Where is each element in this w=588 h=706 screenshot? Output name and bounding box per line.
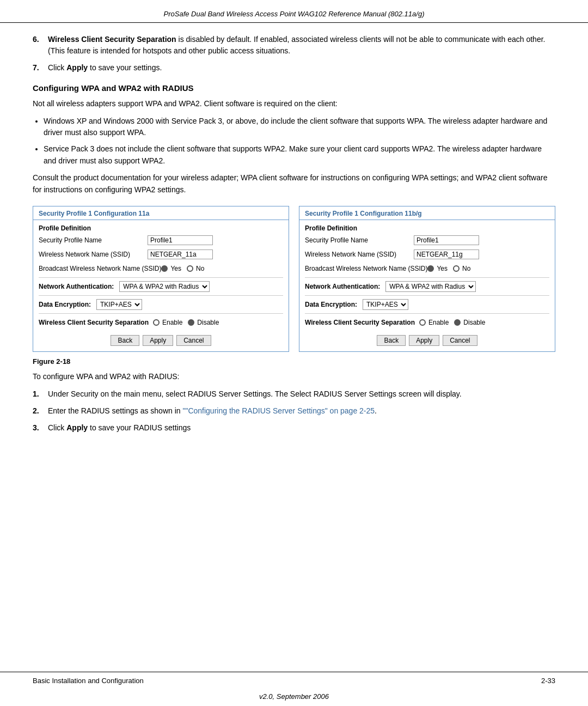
step-7-num: 7.: [33, 62, 48, 74]
panel-left-apply-button[interactable]: Apply: [143, 335, 173, 346]
header-title: ProSafe Dual Band Wireless Access Point …: [164, 10, 425, 18]
figure-label: Figure 2-18: [33, 357, 555, 366]
main-content: 6. Wireless Client Security Separation i…: [0, 23, 588, 672]
bullet-2: Service Pack 3 does not include the clie…: [44, 143, 555, 167]
panel-left-radio-yes[interactable]: Yes: [161, 265, 181, 272]
panel-right-wcss-disable-icon: [454, 319, 461, 326]
step-after-1-num: 1.: [33, 388, 48, 400]
panel-right-netauth-label: Network Authentication:: [305, 283, 380, 290]
step-6-bold: Wireless Client Security Separation: [48, 35, 176, 44]
panel-left-wcss-enable[interactable]: Enable: [153, 319, 182, 326]
panel-left-radio-no-icon: [187, 265, 193, 272]
panel-right-radio-broadcast: Yes No: [427, 265, 470, 272]
section-heading: Configuring WPA and WPA2 with RADIUS: [33, 83, 555, 93]
panel-left-label-spn: Security Profile Name: [39, 236, 148, 244]
page-header: ProSafe Dual Band Wireless Access Point …: [0, 0, 588, 23]
step-7-text: Click Apply to save your settings.: [48, 62, 555, 74]
panel-left-netauth-value: WPA & WPA2 with Radius: [119, 281, 210, 292]
panel-right-row-spn: Security Profile Name: [305, 234, 549, 246]
panel-right-label-broadcast: Broadcast Wireless Network Name (SSID): [305, 265, 427, 272]
footer: Basic Installation and Configuration 2-3…: [0, 672, 588, 689]
panel-left-dataenc-label: Data Encryption:: [39, 301, 91, 308]
panel-left-radio-broadcast: Yes No: [161, 265, 204, 272]
bullet-list: Windows XP and Windows 2000 with Service…: [44, 115, 555, 167]
footer-center: v2.0, September 2006: [0, 689, 588, 706]
step-after-1-text: Under Security on the main menu, select …: [48, 388, 555, 400]
panel-left-profile-def: Profile Definition: [39, 224, 283, 232]
page-wrapper: ProSafe Dual Band Wireless Access Point …: [0, 0, 588, 706]
panel-left-row-spn: Security Profile Name: [39, 234, 283, 246]
panel-right-wcss-label: Wireless Client Security Separation: [305, 319, 415, 326]
panel-left-wcss-enable-icon: [153, 319, 160, 326]
panel-right-input-spn[interactable]: [414, 235, 479, 245]
panel-right-label-ssid: Wireless Network Name (SSID): [305, 251, 414, 258]
footer-right: 2-33: [541, 677, 555, 685]
bullet-1: Windows XP and Windows 2000 with Service…: [44, 115, 555, 139]
panel-left-div2: [39, 295, 283, 296]
panel-left-back-button[interactable]: Back: [111, 335, 139, 346]
panel-right-div3: [305, 313, 549, 314]
panel-right-div1: [305, 277, 549, 278]
panel-right-netauth-select[interactable]: WPA & WPA2 with Radius: [385, 281, 476, 292]
panel-right-row-wcss: Wireless Client Security Separation Enab…: [305, 317, 549, 328]
panel-left-wcss-radio: Enable Disable: [153, 319, 219, 326]
panel-right-radio-no[interactable]: No: [453, 265, 470, 272]
radius-link[interactable]: ""Configuring the RADIUS Server Settings…: [182, 406, 375, 415]
panel-right-dataenc-value: TKIP+AES: [363, 299, 408, 310]
step-after-2-text: Enter the RADIUS settings as shown in ""…: [48, 405, 555, 417]
panel-left-div1: [39, 277, 283, 278]
panel-left-input-ssid[interactable]: [148, 249, 213, 259]
panel-right-div2: [305, 295, 549, 296]
step-7-apply: Apply: [66, 63, 88, 72]
panel-left-row-netauth: Network Authentication: WPA & WPA2 with …: [39, 281, 283, 293]
panel-left-radio-yes-icon: [161, 265, 168, 272]
panel-left-cancel-button[interactable]: Cancel: [176, 335, 211, 346]
panel-left-row-wcss: Wireless Client Security Separation Enab…: [39, 317, 283, 328]
panel-left-wcss-disable-icon: [188, 319, 194, 326]
panel-right-netauth-value: WPA & WPA2 with Radius: [385, 281, 476, 292]
panel-left-dataenc-select[interactable]: TKIP+AES: [96, 299, 142, 310]
panel-right-button-row: Back Apply Cancel: [305, 333, 549, 347]
panel-right-input-ssid[interactable]: [414, 249, 479, 259]
panel-left-title: Security Profile 1 Configuration 11a: [33, 206, 289, 220]
step-6: 6. Wireless Client Security Separation i…: [33, 34, 555, 57]
panel-left-body: Profile Definition Security Profile Name…: [33, 220, 289, 351]
panel-right-radio-no-icon: [453, 265, 460, 272]
step-7: 7. Click Apply to save your settings.: [33, 62, 555, 74]
panel-left-wcss-disable[interactable]: Disable: [188, 319, 219, 326]
panel-right-row-broadcast: Broadcast Wireless Network Name (SSID) Y…: [305, 263, 549, 275]
panel-left-netauth-select[interactable]: WPA & WPA2 with Radius: [119, 281, 210, 292]
panel-left-radio-no[interactable]: No: [187, 265, 204, 272]
panel-left-row-ssid: Wireless Network Name (SSID): [39, 248, 283, 260]
step-after-3: 3. Click Apply to save your RADIUS setti…: [33, 422, 555, 434]
panel-right-radio-yes[interactable]: Yes: [427, 265, 448, 272]
step-after-3-text: Click Apply to save your RADIUS settings: [48, 422, 555, 434]
panel-left-netauth-label: Network Authentication:: [39, 283, 114, 290]
footer-area: Basic Installation and Configuration 2-3…: [0, 672, 588, 706]
panel-right-row-dataenc: Data Encryption: TKIP+AES: [305, 299, 549, 311]
panel-right-radio-yes-icon: [427, 265, 434, 272]
panel-right-cancel-button[interactable]: Cancel: [443, 335, 477, 346]
step-after-3-apply: Apply: [66, 423, 88, 432]
panel-left-row-dataenc: Data Encryption: TKIP+AES: [39, 299, 283, 311]
panel-right-wcss-radio: Enable Disable: [419, 319, 485, 326]
panel-left-div3: [39, 313, 283, 314]
panel-left-label-broadcast: Broadcast Wireless Network Name (SSID): [39, 265, 161, 272]
panel-right-back-button[interactable]: Back: [377, 335, 406, 346]
consult-text: Consult the product documentation for yo…: [33, 172, 555, 196]
panel-left-label-ssid: Wireless Network Name (SSID): [39, 251, 148, 258]
step-after-2-num: 2.: [33, 405, 48, 417]
panel-right-apply-button[interactable]: Apply: [409, 335, 439, 346]
panel-right-dataenc-select[interactable]: TKIP+AES: [363, 299, 408, 310]
panel-right: Security Profile 1 Configuration 11b/g P…: [299, 206, 555, 352]
body-text: Not all wireless adapters support WPA an…: [33, 98, 555, 110]
panel-right-row-ssid: Wireless Network Name (SSID): [305, 248, 549, 260]
panel-left-dataenc-value: TKIP+AES: [96, 299, 142, 310]
panel-right-row-netauth: Network Authentication: WPA & WPA2 with …: [305, 281, 549, 293]
panel-right-wcss-enable[interactable]: Enable: [419, 319, 449, 326]
step-6-num: 6.: [33, 34, 48, 57]
panel-right-wcss-disable[interactable]: Disable: [454, 319, 485, 326]
panel-right-body: Profile Definition Security Profile Name…: [299, 220, 555, 351]
panel-left-input-spn[interactable]: [148, 235, 213, 245]
panel-left-row-broadcast: Broadcast Wireless Network Name (SSID) Y…: [39, 263, 283, 275]
